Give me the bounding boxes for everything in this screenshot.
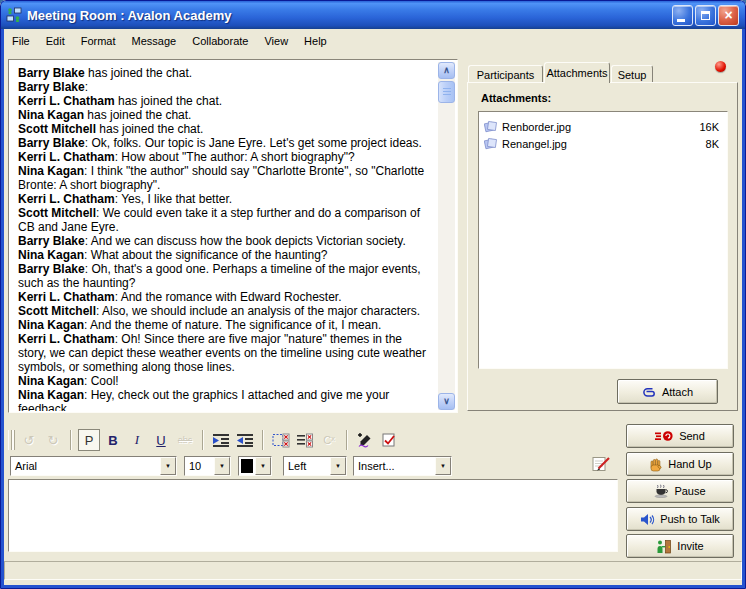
chat-text: has joined the chat. [96,122,203,136]
chat-sender: Barry Blake [18,80,85,94]
font-size-combo[interactable]: 10 ▼ [184,456,231,476]
toolbar-grip[interactable] [8,430,12,450]
edit-note-button[interactable] [592,455,613,477]
tab-attachments[interactable]: Attachments [544,62,610,83]
underline-button[interactable]: U [150,429,172,451]
scroll-up-button[interactable]: ∧ [438,62,455,79]
chat-text: : Also, we should include an analysis of… [96,304,420,318]
invite-person-door-icon [656,539,672,554]
attachment-row[interactable]: Renangel.jpg 8K [479,135,727,152]
minimize-button[interactable] [672,5,693,26]
pause-button[interactable]: Pause [626,479,734,503]
insert-combo[interactable]: Insert... ▼ [353,456,452,476]
dropdown-arrow-icon[interactable]: ▼ [435,457,451,475]
send-button[interactable]: Send [626,424,734,448]
chat-sender: Scott Mitchell [18,304,96,318]
paragraph-label: P [85,433,94,448]
alignment-combo[interactable]: Left ▼ [283,456,347,476]
chat-text: : What about the significance of the hau… [84,248,328,262]
scroll-thumb-grip [443,88,451,96]
paperclip-icon [642,386,657,398]
menu-view[interactable]: View [256,32,296,50]
chat-message: Nina Kagan: I think "the author" should … [18,164,430,192]
title-bar[interactable]: Meeting Room : Avalon Academy × [1,1,745,29]
select-fields-button[interactable] [270,429,292,451]
formatting-toolbar: ↺ ↻ P B I U abc [6,426,620,454]
list-fields-button[interactable] [294,429,316,451]
strikethrough-button: abc [174,429,196,451]
maximize-button[interactable] [695,5,716,26]
chat-sender: Nina Kagan [18,164,84,178]
chat-message: Barry Blake: Oh, that's a good one. Perh… [18,262,430,290]
attach-button[interactable]: Attach [617,379,718,404]
insert-value: Insert... [354,457,435,475]
chat-message: Barry Blake: Ok, folks. Our topic is Jan… [18,136,430,150]
chat-message: Nina Kagan: What about the significance … [18,248,430,262]
push-to-talk-button-label: Push to Talk [660,513,720,525]
chat-text: : And we can discuss how the book depict… [85,234,406,248]
indent-decrease-button[interactable] [234,429,256,451]
chat-sender: Kerri L. Chatham [18,192,115,206]
attachment-name: Renangel.jpg [502,138,706,150]
menu-collaborate[interactable]: Collaborate [184,32,256,50]
chat-sender: Scott Mitchell [18,122,96,136]
chat-sender: Nina Kagan [18,318,84,332]
dashed-selection-checkbox-icon [272,432,290,448]
menu-help[interactable]: Help [296,32,335,50]
push-to-talk-button[interactable]: Push to Talk [626,507,734,531]
chevron-down-icon: ∨ [443,397,450,406]
chat-sender: Barry Blake [18,136,85,150]
toolbar-separator [70,430,72,450]
file-note-icon [484,120,498,134]
font-size-value: 10 [185,457,214,475]
bold-icon: B [108,433,117,448]
spellcheck-button[interactable] [378,429,400,451]
tab-setup[interactable]: Setup [611,65,653,83]
chat-text: : Ok, folks. Our topic is Jane Eyre. Let… [85,136,422,150]
chat-text: : Cool! [84,374,119,388]
chat-message: Kerri L. Chatham: And the romance with E… [18,290,430,304]
menu-format[interactable]: Format [73,32,124,50]
close-icon: × [724,8,732,22]
scroll-down-button[interactable]: ∨ [438,393,455,410]
menu-message[interactable]: Message [124,32,185,50]
hand-up-button-label: Hand Up [668,458,711,470]
italic-button[interactable]: I [126,429,148,451]
dropdown-arrow-icon[interactable]: ▼ [160,457,176,475]
menu-file[interactable]: File [4,32,38,50]
chat-scrollbar[interactable]: ∧ ∨ [438,62,455,410]
tab-participants[interactable]: Participants [468,65,543,83]
hand-up-button[interactable]: Hand Up [626,452,734,476]
chat-message: Barry Blake: And we can discuss how the … [18,234,430,248]
italic-icon: I [135,432,139,448]
draw-pen-button[interactable] [354,429,376,451]
dropdown-arrow-icon[interactable]: ▼ [330,457,346,475]
dropdown-arrow-icon[interactable]: ▼ [214,457,230,475]
chat-message: Barry Blake: [18,80,430,94]
pen-scribble-icon [357,432,374,448]
chat-message: Scott Mitchell: We could even take it a … [18,206,430,234]
attachment-size: 16K [699,121,719,133]
message-input[interactable] [8,479,618,552]
attachments-list[interactable]: Renborder.jpg 16K Renangel.jpg 8K [478,111,728,369]
font-color-combo[interactable]: ▼ [238,456,272,476]
coffee-cup-icon [654,484,669,498]
invite-button[interactable]: Invite [626,534,734,558]
symbol-icon: Cˣ [323,434,335,446]
tab-label: Attachments [546,67,607,79]
chat-sender: Kerri L. Chatham [18,150,115,164]
paragraph-style-button[interactable]: P [78,429,100,451]
menu-edit[interactable]: Edit [38,32,73,50]
dropdown-arrow-icon[interactable]: ▼ [255,457,271,475]
chat-transcript[interactable]: Barry Blake has joined the chat. Barry B… [10,61,456,411]
font-family-combo[interactable]: Arial ▼ [10,456,177,476]
tab-label: Participants [477,69,534,81]
chat-message: Nina Kagan: Hey, check out the graphics … [18,388,430,411]
scroll-thumb[interactable] [438,81,455,103]
bold-button[interactable]: B [102,429,124,451]
redo-icon: ↻ [48,433,59,448]
indent-increase-button[interactable] [210,429,232,451]
menu-bar: File Edit Format Message Collaborate Vie… [4,30,742,52]
close-button[interactable]: × [718,5,739,26]
attachment-row[interactable]: Renborder.jpg 16K [479,118,727,135]
